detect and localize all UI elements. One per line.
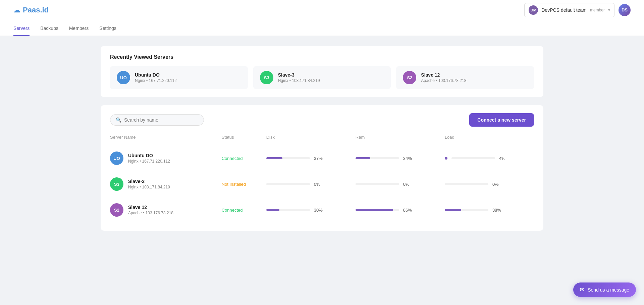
avatar: S2 <box>403 71 416 84</box>
nav-item-servers[interactable]: Servers <box>13 20 30 36</box>
disk-progress: 30% <box>266 208 356 213</box>
load-progress: 38% <box>445 208 534 213</box>
ram-bar <box>356 209 399 211</box>
disk-pct: 30% <box>314 208 326 213</box>
main-nav: Servers Backups Members Settings <box>0 20 644 36</box>
ram-bar <box>356 157 399 159</box>
logo-icon: ☁ <box>13 6 20 14</box>
col-header-ram: Ram <box>356 135 445 140</box>
header-right: DM DevPCS default team member ▾ DS <box>524 3 631 17</box>
ram-progress: 0% <box>356 182 445 187</box>
disk-progress: 37% <box>266 156 356 161</box>
load-pct: 4% <box>499 156 511 161</box>
col-header-load: Load <box>445 135 534 140</box>
load-bar <box>445 209 488 211</box>
header: ☁ Paas.id DM DevPCS default team member … <box>0 0 644 20</box>
nav-item-settings[interactable]: Settings <box>99 20 116 36</box>
server-cell: S2 Slave 12 Apache • 103.176.78.218 <box>110 203 222 217</box>
disk-bar-fill <box>266 209 279 211</box>
col-header-status: Status <box>222 135 266 140</box>
server-name: Slave 12 <box>128 205 173 210</box>
load-dot <box>445 157 447 160</box>
team-name: DevPCS default team <box>541 7 587 13</box>
ram-bar-fill <box>356 209 393 211</box>
disk-progress: 0% <box>266 182 356 187</box>
connect-new-server-button[interactable]: Connect a new server <box>469 113 534 127</box>
col-header-disk: Disk <box>266 135 356 140</box>
search-input[interactable] <box>124 117 198 123</box>
server-meta: Apache • 103.176.78.218 <box>128 211 173 215</box>
server-cell: S3 Slave-3 Nginx • 103.171.84.219 <box>110 177 222 191</box>
disk-bar-fill <box>266 157 282 159</box>
avatar: S3 <box>260 71 273 84</box>
col-header-server-name: Server Name <box>110 135 222 140</box>
table-header: Server Name Status Disk Ram Load <box>110 135 534 144</box>
disk-pct: 0% <box>314 182 326 187</box>
server-name: Slave-3 <box>278 72 320 78</box>
ram-progress: 86% <box>356 208 445 213</box>
user-avatar[interactable]: DS <box>619 4 631 16</box>
logo-text: Paas.id <box>23 6 49 14</box>
disk-bar <box>266 183 310 185</box>
status-badge: Connected <box>222 208 266 213</box>
recent-cards-container: UO Ubuntu DO Nginx • 167.71.220.112 S3 S… <box>110 66 534 89</box>
server-info: Slave 12 Apache • 103.176.78.218 <box>128 205 173 215</box>
search-box[interactable]: 🔍 <box>110 114 204 126</box>
ram-pct: 86% <box>403 208 415 213</box>
ram-bar-fill <box>356 157 370 159</box>
load-progress: 4% <box>445 156 534 161</box>
server-cell: UO Ubuntu DO Nginx • 167.71.220.112 <box>110 151 222 165</box>
table-row[interactable]: S2 Slave 12 Apache • 103.176.78.218 Conn… <box>110 197 534 223</box>
team-avatar: DM <box>529 5 538 15</box>
status-badge: Connected <box>222 156 266 161</box>
load-bar <box>445 183 488 185</box>
logo: ☁ Paas.id <box>13 6 49 14</box>
team-selector[interactable]: DM DevPCS default team member ▾ <box>524 3 614 17</box>
server-meta: Nginx • 103.171.84.219 <box>128 185 170 189</box>
recent-card[interactable]: UO Ubuntu DO Nginx • 167.71.220.112 <box>110 66 248 89</box>
recently-viewed-section: Recently Viewed Servers UO Ubuntu DO Ngi… <box>101 46 543 97</box>
main-content: Recently Viewed Servers UO Ubuntu DO Ngi… <box>87 36 557 241</box>
avatar: S2 <box>110 203 123 217</box>
load-bar-fill <box>445 209 461 211</box>
server-meta: Nginx • 167.71.220.112 <box>135 78 177 83</box>
server-name: Ubuntu DO <box>128 153 170 158</box>
server-meta: Nginx • 167.71.220.112 <box>128 159 170 164</box>
ram-pct: 34% <box>403 156 415 161</box>
disk-bar <box>266 157 310 159</box>
ram-pct: 0% <box>403 182 415 187</box>
table-row[interactable]: UO Ubuntu DO Nginx • 167.71.220.112 Conn… <box>110 145 534 171</box>
server-meta: Nginx • 103.171.84.219 <box>278 78 320 83</box>
load-progress: 0% <box>445 182 534 187</box>
disk-bar <box>266 209 310 211</box>
avatar: S3 <box>110 177 123 191</box>
recently-viewed-title: Recently Viewed Servers <box>110 54 534 60</box>
server-info: Ubuntu DO Nginx • 167.71.220.112 <box>128 153 170 164</box>
load-pct: 0% <box>492 182 504 187</box>
nav-item-members[interactable]: Members <box>69 20 89 36</box>
server-info: Slave-3 Nginx • 103.171.84.219 <box>128 179 170 189</box>
load-pct: 38% <box>492 208 504 213</box>
nav-item-backups[interactable]: Backups <box>40 20 58 36</box>
server-info: Slave 12 Apache • 103.176.78.218 <box>421 72 466 83</box>
load-bar <box>451 157 495 159</box>
table-toolbar: 🔍 Connect a new server <box>110 113 534 127</box>
servers-table-section: 🔍 Connect a new server Server Name Statu… <box>101 105 543 231</box>
recent-card[interactable]: S2 Slave 12 Apache • 103.176.78.218 <box>396 66 534 89</box>
recent-card[interactable]: S3 Slave-3 Nginx • 103.171.84.219 <box>253 66 391 89</box>
table-row[interactable]: S3 Slave-3 Nginx • 103.171.84.219 Not In… <box>110 171 534 197</box>
server-name: Slave 12 <box>421 72 466 78</box>
chevron-down-icon: ▾ <box>608 8 610 12</box>
search-icon: 🔍 <box>116 117 121 123</box>
server-name: Ubuntu DO <box>135 72 177 78</box>
avatar: UO <box>117 71 130 84</box>
status-badge: Not Installed <box>222 182 266 187</box>
ram-bar <box>356 183 399 185</box>
server-meta: Apache • 103.176.78.218 <box>421 78 466 83</box>
avatar: UO <box>110 151 123 165</box>
server-name: Slave-3 <box>128 179 170 184</box>
disk-pct: 37% <box>314 156 326 161</box>
team-role: member <box>590 8 605 12</box>
server-info: Slave-3 Nginx • 103.171.84.219 <box>278 72 320 83</box>
ram-progress: 34% <box>356 156 445 161</box>
